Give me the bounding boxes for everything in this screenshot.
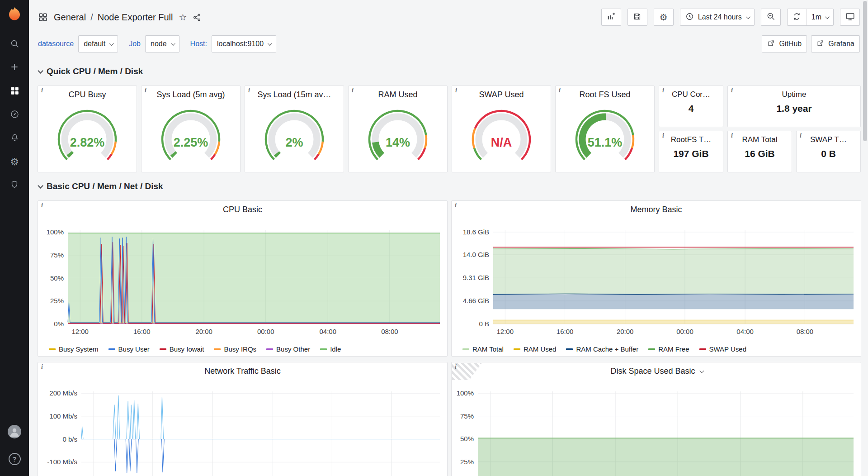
memory-basic-chart[interactable]: 12:0016:0020:0000:0004:0008:000 B4.66 Gi… bbox=[452, 218, 861, 343]
refresh-button[interactable] bbox=[788, 9, 806, 25]
info-icon[interactable]: i bbox=[352, 87, 354, 94]
apps-grid-icon[interactable] bbox=[38, 12, 48, 22]
share-icon[interactable] bbox=[193, 13, 201, 22]
swap-used-gauge[interactable] bbox=[461, 104, 542, 164]
ram-used-gauge[interactable] bbox=[357, 104, 439, 164]
legend-item[interactable]: Busy System bbox=[49, 345, 99, 353]
save-dashboard-button[interactable] bbox=[627, 9, 647, 26]
job-dropdown[interactable]: node bbox=[145, 35, 179, 52]
breadcrumb-folder[interactable]: General bbox=[54, 12, 86, 23]
zoom-out-time-button[interactable] bbox=[761, 9, 781, 26]
panel-title[interactable]: RAM Used bbox=[349, 86, 447, 103]
variable-job: Job node bbox=[129, 35, 179, 52]
time-range-picker[interactable]: Last 24 hours bbox=[680, 9, 755, 26]
dashboard-submenu: datasource default Job node Host: localh… bbox=[29, 34, 868, 58]
gauge-value: 51.1% bbox=[556, 136, 654, 150]
grafana-link-button[interactable]: Grafana bbox=[811, 35, 860, 52]
info-icon[interactable]: i bbox=[455, 202, 457, 209]
sidebar-item-help[interactable]: ? bbox=[0, 449, 29, 469]
panel-cpu-basic: i CPU Basic 12:0016:0020:0000:0004:0008:… bbox=[38, 200, 448, 357]
panel-title[interactable]: CPU Cor… bbox=[672, 90, 710, 99]
disk-space-used-basic-chart[interactable]: 100%75%50%25% bbox=[452, 380, 861, 476]
datasource-value: default bbox=[84, 40, 105, 48]
panel-title[interactable]: CPU Basic bbox=[38, 201, 447, 218]
star-icon[interactable]: ☆ bbox=[179, 13, 187, 22]
info-icon[interactable]: i bbox=[800, 132, 802, 139]
add-panel-button[interactable] bbox=[601, 9, 621, 26]
sidebar-item-dashboards[interactable] bbox=[0, 80, 29, 103]
panel-title[interactable]: RAM Total bbox=[742, 135, 777, 144]
gauge-body: 51.1% bbox=[556, 103, 654, 170]
variable-label: Job bbox=[129, 40, 141, 48]
sidebar-item-configuration[interactable]: ⚙ bbox=[0, 150, 29, 174]
info-icon[interactable]: i bbox=[731, 132, 733, 139]
legend-item[interactable]: Busy Iowait bbox=[160, 345, 204, 353]
sidebar-item-server-admin[interactable] bbox=[0, 174, 29, 197]
panel-title[interactable]: Memory Basic bbox=[452, 201, 861, 218]
panel-title[interactable]: SWAP T… bbox=[810, 135, 847, 144]
legend-item[interactable]: RAM Total bbox=[462, 345, 504, 353]
help-icon: ? bbox=[9, 453, 21, 465]
root-fs-used-gauge[interactable] bbox=[564, 104, 646, 164]
panel-swap-used: i SWAP Used N/A bbox=[452, 86, 551, 172]
info-icon[interactable]: i bbox=[455, 363, 457, 371]
gear-icon: ⚙ bbox=[10, 157, 19, 167]
panel-title[interactable]: RootFS T… bbox=[671, 135, 711, 144]
panel-title[interactable]: Root FS Used bbox=[556, 86, 654, 103]
info-icon[interactable]: i bbox=[41, 202, 43, 209]
row-basic-cpu-mem-net-disk[interactable]: Basic CPU / Mem / Net / Disk bbox=[38, 178, 861, 195]
kiosk-mode-button[interactable] bbox=[840, 9, 860, 26]
sys-load-15m-gauge[interactable] bbox=[254, 104, 335, 164]
svg-text:75%: 75% bbox=[460, 412, 474, 420]
dashboard-settings-button[interactable]: ⚙ bbox=[654, 9, 674, 26]
sidebar-item-profile[interactable] bbox=[0, 422, 29, 442]
panel-root-fs-used: i Root FS Used 51.1% bbox=[555, 86, 655, 172]
legend-item[interactable]: Busy Other bbox=[266, 345, 310, 353]
info-icon[interactable]: i bbox=[662, 87, 664, 94]
row-quick-cpu-mem-disk[interactable]: Quick CPU / Mem / Disk bbox=[38, 63, 861, 80]
legend-item[interactable]: Busy IRQs bbox=[214, 345, 256, 353]
legend-item[interactable]: SWAP Used bbox=[699, 345, 747, 353]
sidebar-item-alerting[interactable] bbox=[0, 127, 29, 150]
legend-item[interactable]: Busy User bbox=[108, 345, 150, 353]
cpu-busy-gauge[interactable] bbox=[47, 104, 128, 164]
info-icon[interactable]: i bbox=[248, 87, 250, 94]
network-traffic-basic-chart[interactable]: 200 Mb/s100 Mb/s0 b/s-100 Mb/s bbox=[38, 380, 447, 476]
sidebar-item-search[interactable] bbox=[0, 33, 29, 56]
clock-icon bbox=[685, 12, 694, 23]
host-dropdown[interactable]: localhost:9100 bbox=[212, 35, 276, 52]
info-icon[interactable]: i bbox=[41, 363, 43, 371]
info-icon[interactable]: i bbox=[455, 87, 457, 94]
sys-load-5m-gauge[interactable] bbox=[150, 104, 231, 164]
github-link-button[interactable]: GitHub bbox=[762, 35, 807, 52]
sidebar-item-create[interactable] bbox=[0, 56, 29, 80]
info-icon[interactable]: i bbox=[41, 87, 43, 94]
panel-title[interactable]: Disk Space Used Basic bbox=[452, 362, 861, 380]
legend-item[interactable]: RAM Used bbox=[514, 345, 557, 353]
panel-title[interactable]: SWAP Used bbox=[452, 86, 551, 103]
breadcrumb[interactable]: General / Node Exporter Full bbox=[54, 12, 173, 23]
panel-title[interactable]: Sys Load (5m avg) bbox=[142, 86, 240, 103]
datasource-dropdown[interactable]: default bbox=[78, 35, 118, 52]
svg-text:00:00: 00:00 bbox=[257, 328, 274, 335]
panel-title[interactable]: Uptime bbox=[782, 90, 807, 99]
refresh-interval-dropdown[interactable]: 1m bbox=[806, 9, 833, 25]
dashboard-topbar: General / Node Exporter Full ☆ bbox=[29, 0, 868, 34]
chevron-down-icon bbox=[825, 14, 830, 19]
panel-title[interactable]: Network Traffic Basic bbox=[38, 362, 447, 380]
scrollbar-thumb[interactable] bbox=[863, 1, 867, 141]
sidebar-item-explore[interactable] bbox=[0, 103, 29, 127]
grafana-logo-icon[interactable] bbox=[6, 5, 23, 23]
gauge-value: 14% bbox=[349, 136, 447, 150]
panel-title[interactable]: Sys Load (15m av… bbox=[245, 86, 344, 103]
info-icon[interactable]: i bbox=[662, 132, 664, 139]
info-icon[interactable]: i bbox=[559, 87, 561, 94]
sidebar: ⚙ ? bbox=[0, 0, 29, 476]
legend-item[interactable]: RAM Free bbox=[648, 345, 689, 353]
info-icon[interactable]: i bbox=[731, 87, 733, 94]
legend-item[interactable]: Idle bbox=[320, 345, 341, 353]
cpu-basic-chart[interactable]: 12:0016:0020:0000:0004:0008:000%25%50%75… bbox=[38, 218, 447, 343]
legend-item[interactable]: RAM Cache + Buffer bbox=[566, 345, 638, 353]
panel-title[interactable]: CPU Busy bbox=[38, 86, 137, 103]
info-icon[interactable]: i bbox=[145, 87, 146, 94]
